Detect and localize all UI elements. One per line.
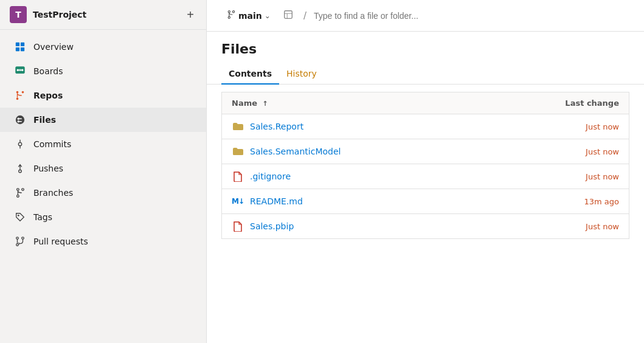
tab-history[interactable]: History (279, 64, 324, 85)
sidebar-item-boards[interactable]: Boards (0, 59, 206, 83)
file-name-cell[interactable]: Sales.SemanticModel (222, 139, 507, 164)
svg-point-12 (18, 120, 20, 123)
page-title: Files (221, 41, 629, 57)
file-name: Sales.SemanticModel (250, 147, 341, 156)
file-icon (232, 170, 244, 182)
svg-point-22 (228, 11, 230, 13)
tab-contents[interactable]: Contents (221, 64, 279, 85)
file-name-cell[interactable]: .gitignore (222, 164, 507, 189)
main-content: main ⌄ / Files Contents History Name (207, 0, 644, 343)
svg-point-24 (232, 11, 234, 13)
branches-icon (14, 187, 26, 199)
commits-icon (14, 138, 26, 150)
sidebar-header: T TestProject + (0, 0, 206, 30)
svg-point-17 (22, 189, 24, 191)
file-last-change: Just now (507, 139, 629, 164)
svg-point-9 (22, 91, 24, 94)
chevron-down-icon: ⌄ (265, 12, 271, 20)
markdown-icon: M↓ (232, 195, 244, 207)
sidebar-item-label-tags: Tags (33, 212, 52, 222)
tags-icon (14, 211, 26, 223)
svg-rect-2 (21, 43, 24, 46)
sidebar-item-overview[interactable]: Overview (0, 35, 206, 59)
sidebar-item-label-branches: Branches (33, 188, 73, 198)
sidebar-item-commits[interactable]: Commits (0, 132, 206, 156)
file-name: Sales.Report (250, 122, 303, 131)
sidebar-item-label-boards: Boards (33, 66, 63, 76)
folder-icon (232, 145, 244, 158)
svg-rect-3 (21, 47, 24, 51)
sidebar-item-label-repos: Repos (33, 91, 63, 100)
sidebar-item-label-pushes: Pushes (33, 164, 63, 173)
file-name-cell[interactable]: Sales.pbip (222, 214, 507, 239)
table-row[interactable]: .gitignoreJust now (222, 164, 629, 189)
sidebar-item-files[interactable]: Files (0, 108, 206, 132)
column-header-last-change[interactable]: Last change (507, 92, 629, 114)
file-name: .gitignore (250, 172, 291, 181)
branch-name: main (238, 11, 262, 21)
repos-icon (14, 89, 26, 102)
sidebar: T TestProject + Overview (0, 0, 207, 343)
page-title-section: Files (207, 32, 644, 64)
top-bar: main ⌄ / (207, 0, 644, 32)
file-name-cell[interactable]: M↓ README.md (222, 189, 507, 214)
svg-point-20 (16, 244, 19, 246)
table-row[interactable]: Sales.pbipJust now (222, 214, 629, 239)
file-name: README.md (250, 196, 303, 206)
sidebar-nav: Overview Boards (0, 30, 206, 343)
svg-point-13 (18, 142, 21, 145)
sidebar-item-label-overview: Overview (33, 42, 74, 52)
file-name-cell[interactable]: Sales.Report (222, 114, 507, 139)
sidebar-item-label-files: Files (33, 115, 56, 125)
svg-point-7 (16, 91, 19, 94)
path-separator (280, 9, 296, 23)
svg-point-8 (16, 98, 19, 100)
sidebar-item-pull-requests[interactable]: Pull requests (0, 229, 206, 254)
path-search-input[interactable] (314, 11, 629, 21)
file-last-change: Just now (507, 164, 629, 189)
add-project-button[interactable]: + (184, 7, 196, 22)
svg-point-23 (228, 16, 230, 18)
file-table-container: Name ↑ Last change Sales.ReportJust now … (207, 85, 644, 343)
table-row[interactable]: Sales.ReportJust now (222, 114, 629, 139)
folder-icon (232, 120, 244, 133)
svg-point-6 (21, 69, 24, 71)
sidebar-item-label-commits: Commits (33, 139, 71, 149)
svg-rect-0 (16, 43, 19, 46)
file-table: Name ↑ Last change Sales.ReportJust now … (221, 92, 629, 239)
slash-separator: / (301, 10, 309, 21)
table-row[interactable]: M↓ README.md13m ago (222, 189, 629, 214)
svg-rect-1 (16, 47, 19, 51)
column-header-name[interactable]: Name ↑ (222, 92, 507, 114)
overview-icon (14, 41, 26, 53)
sidebar-item-tags[interactable]: Tags (0, 205, 206, 229)
svg-point-16 (17, 195, 19, 198)
file-last-change: Just now (507, 214, 629, 239)
sidebar-item-branches[interactable]: Branches (0, 181, 206, 205)
sidebar-item-repos[interactable]: Repos (0, 83, 206, 108)
svg-point-14 (19, 170, 22, 173)
svg-point-5 (17, 69, 19, 71)
branch-icon (226, 10, 236, 21)
file-icon (232, 220, 244, 232)
svg-point-11 (18, 117, 20, 120)
file-name: Sales.pbip (250, 221, 294, 231)
tabs: Contents History (207, 64, 644, 85)
sidebar-item-label-pull-requests: Pull requests (33, 237, 88, 246)
file-last-change: 13m ago (507, 189, 629, 214)
file-last-change: Just now (507, 114, 629, 139)
svg-point-18 (18, 215, 19, 217)
svg-point-21 (22, 237, 24, 240)
sort-arrow-icon: ↑ (263, 100, 268, 108)
branch-selector[interactable]: main ⌄ (221, 7, 275, 24)
svg-point-19 (16, 237, 19, 240)
svg-point-15 (17, 189, 19, 191)
pull-requests-icon (14, 235, 26, 248)
project-name: TestProject (33, 10, 86, 19)
files-icon (14, 114, 26, 126)
sidebar-item-pushes[interactable]: Pushes (0, 156, 206, 181)
table-row[interactable]: Sales.SemanticModelJust now (222, 139, 629, 164)
boards-icon (14, 65, 26, 77)
project-avatar: T (10, 6, 27, 23)
pushes-icon (14, 162, 26, 175)
